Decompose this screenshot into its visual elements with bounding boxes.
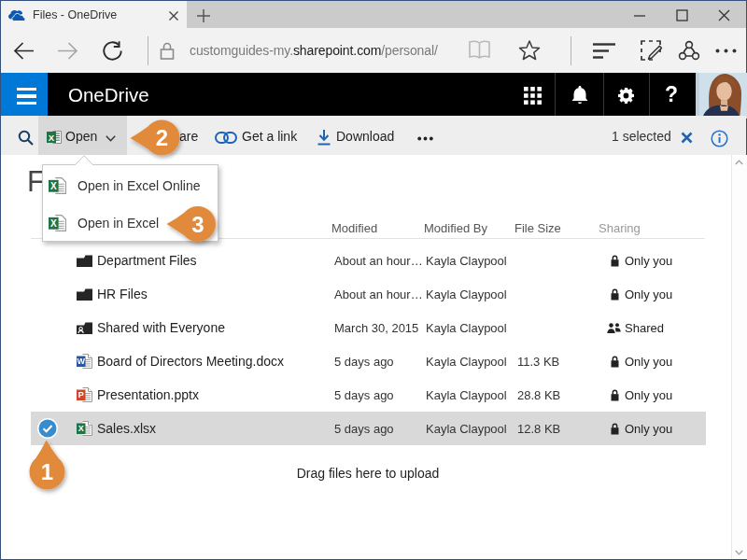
svg-text:X: X bbox=[50, 181, 57, 191]
svg-text:1: 1 bbox=[41, 459, 53, 484]
svg-text:2: 2 bbox=[156, 125, 168, 150]
svg-text:3: 3 bbox=[191, 212, 204, 237]
svg-text:X: X bbox=[50, 218, 57, 229]
